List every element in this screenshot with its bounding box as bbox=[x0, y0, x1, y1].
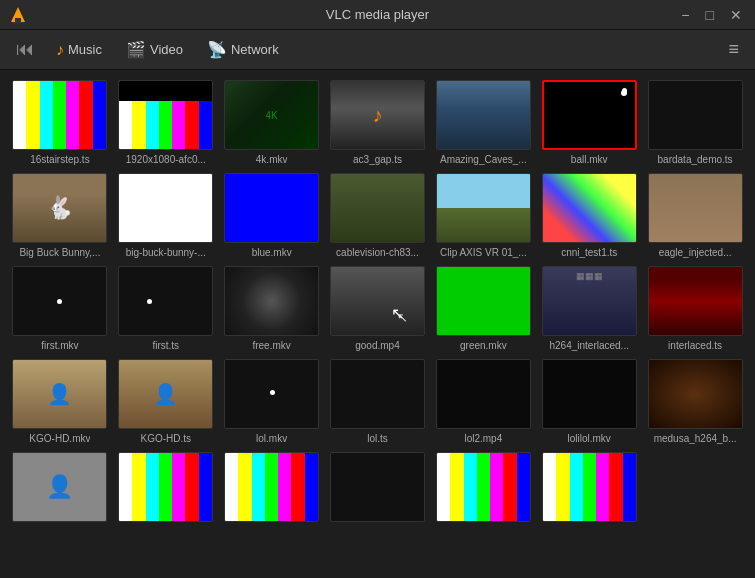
list-item[interactable] bbox=[328, 452, 428, 526]
list-item[interactable]: big-buck-bunny-... bbox=[116, 173, 216, 258]
list-item[interactable]: 👤 KGO-HD.mkv bbox=[10, 359, 110, 444]
maximize-button[interactable]: □ bbox=[701, 5, 719, 25]
list-item[interactable]: first.ts bbox=[116, 266, 216, 351]
thumbnail: ↖ bbox=[330, 266, 425, 336]
music-icon: ♪ bbox=[56, 41, 64, 59]
list-item[interactable] bbox=[539, 452, 639, 526]
list-item[interactable]: first.mkv bbox=[10, 266, 110, 351]
thumbnail bbox=[330, 359, 425, 429]
menu-button[interactable]: ≡ bbox=[720, 35, 747, 64]
thumbnail bbox=[224, 359, 319, 429]
list-item[interactable]: bardata_demo.ts bbox=[645, 80, 745, 165]
list-item[interactable]: ball.mkv bbox=[539, 80, 639, 165]
network-nav-button[interactable]: 📡 Network bbox=[197, 35, 289, 64]
file-label: h264_interlaced... bbox=[549, 340, 629, 351]
file-label: interlaced.ts bbox=[668, 340, 722, 351]
thumbnail bbox=[12, 80, 107, 150]
back-button[interactable]: ⏮ bbox=[8, 35, 42, 64]
list-item[interactable]: medusa_h264_b... bbox=[645, 359, 745, 444]
list-item[interactable]: 16stairstep.ts bbox=[10, 80, 110, 165]
list-item[interactable]: free.mkv bbox=[222, 266, 322, 351]
file-label: ac3_gap.ts bbox=[353, 154, 402, 165]
network-label: Network bbox=[231, 42, 279, 57]
file-label: ball.mkv bbox=[571, 154, 608, 165]
thumbnail bbox=[118, 173, 213, 243]
list-item[interactable]: 4K 4k.mkv bbox=[222, 80, 322, 165]
thumbnail bbox=[118, 452, 213, 522]
vlc-logo-icon bbox=[8, 5, 28, 25]
thumbnail: 4K bbox=[224, 80, 319, 150]
video-label: Video bbox=[150, 42, 183, 57]
list-item[interactable] bbox=[433, 452, 533, 526]
thumbnail bbox=[436, 266, 531, 336]
thumbnail bbox=[542, 452, 637, 522]
file-label: eagle_injected... bbox=[659, 247, 732, 258]
titlebar-controls: − □ ✕ bbox=[676, 5, 747, 25]
list-item[interactable]: lol.mkv bbox=[222, 359, 322, 444]
list-item[interactable] bbox=[222, 452, 322, 526]
list-item[interactable]: blue.mkv bbox=[222, 173, 322, 258]
minimize-button[interactable]: − bbox=[676, 5, 694, 25]
file-label: good.mp4 bbox=[355, 340, 399, 351]
list-item[interactable]: lol.ts bbox=[328, 359, 428, 444]
list-item[interactable]: lolilol.mkv bbox=[539, 359, 639, 444]
video-nav-button[interactable]: 🎬 Video bbox=[116, 35, 193, 64]
list-item[interactable]: lol2.mp4 bbox=[433, 359, 533, 444]
file-label: cnni_test1.ts bbox=[561, 247, 617, 258]
file-label: KGO-HD.mkv bbox=[29, 433, 90, 444]
file-label: 16stairstep.ts bbox=[30, 154, 89, 165]
thumbnail bbox=[436, 80, 531, 150]
music-nav-button[interactable]: ♪ Music bbox=[46, 36, 112, 64]
thumbnail bbox=[118, 266, 213, 336]
list-item[interactable] bbox=[116, 452, 216, 526]
thumbnail: 👤 bbox=[118, 359, 213, 429]
list-item[interactable]: cnni_test1.ts bbox=[539, 173, 639, 258]
thumbnail bbox=[648, 173, 743, 243]
thumbnail bbox=[118, 80, 213, 150]
music-label: Music bbox=[68, 42, 102, 57]
thumbnail: 👤 bbox=[12, 452, 107, 522]
file-label: lol2.mp4 bbox=[464, 433, 502, 444]
list-item[interactable]: Amazing_Caves_... bbox=[433, 80, 533, 165]
list-item[interactable]: cablevision-ch83... bbox=[328, 173, 428, 258]
thumbnail bbox=[648, 266, 743, 336]
network-icon: 📡 bbox=[207, 40, 227, 59]
list-item[interactable]: eagle_injected... bbox=[645, 173, 745, 258]
list-item[interactable]: ↖ good.mp4 bbox=[328, 266, 428, 351]
list-item[interactable]: 🐇 Big Buck Bunny,... bbox=[10, 173, 110, 258]
app-title: VLC media player bbox=[326, 7, 429, 22]
list-item[interactable]: ▦▦▦ h264_interlaced... bbox=[539, 266, 639, 351]
file-label: 4k.mkv bbox=[256, 154, 288, 165]
file-label: lol.mkv bbox=[256, 433, 287, 444]
list-item[interactable]: 👤 KGO-HD.ts bbox=[116, 359, 216, 444]
list-item[interactable]: 1920x1080-afc0... bbox=[116, 80, 216, 165]
thumbnail: ▦▦▦ bbox=[542, 266, 637, 336]
list-item[interactable]: interlaced.ts bbox=[645, 266, 745, 351]
media-grid: 16stairstep.ts 1920x1080-afc0... 4K 4k.m… bbox=[10, 80, 745, 526]
thumbnail: 🐇 bbox=[12, 173, 107, 243]
titlebar-left bbox=[8, 5, 28, 25]
thumbnail bbox=[542, 173, 637, 243]
close-button[interactable]: ✕ bbox=[725, 5, 747, 25]
file-label: first.mkv bbox=[41, 340, 78, 351]
media-grid-container: 16stairstep.ts 1920x1080-afc0... 4K 4k.m… bbox=[0, 70, 755, 578]
thumbnail bbox=[224, 452, 319, 522]
file-label: blue.mkv bbox=[252, 247, 292, 258]
file-label: KGO-HD.ts bbox=[140, 433, 191, 444]
file-label: Big Buck Bunny,... bbox=[19, 247, 100, 258]
list-item[interactable]: 👤 bbox=[10, 452, 110, 526]
svg-rect-2 bbox=[13, 22, 23, 24]
list-item[interactable]: ♪ ac3_gap.ts bbox=[328, 80, 428, 165]
file-label: cablevision-ch83... bbox=[336, 247, 419, 258]
thumbnail bbox=[648, 80, 743, 150]
list-item[interactable]: green.mkv bbox=[433, 266, 533, 351]
thumbnail bbox=[436, 452, 531, 522]
thumbnail bbox=[542, 80, 637, 150]
thumbnail bbox=[224, 173, 319, 243]
thumbnail bbox=[436, 173, 531, 243]
toolbar: ⏮ ♪ Music 🎬 Video 📡 Network ≡ bbox=[0, 30, 755, 70]
thumbnail bbox=[330, 173, 425, 243]
thumbnail bbox=[542, 359, 637, 429]
list-item[interactable]: Clip AXIS VR 01_... bbox=[433, 173, 533, 258]
file-label: Amazing_Caves_... bbox=[440, 154, 527, 165]
